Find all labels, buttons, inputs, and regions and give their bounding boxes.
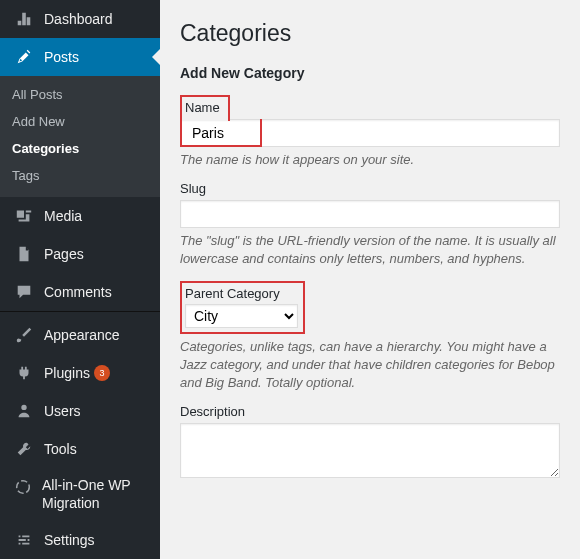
nav-label: Dashboard — [44, 11, 113, 27]
nav-label: Media — [44, 208, 82, 224]
name-field-group: Name The name is how it appears on your … — [180, 93, 560, 169]
nav-appearance[interactable]: Appearance — [0, 316, 160, 354]
submenu-tags[interactable]: Tags — [0, 162, 160, 189]
migration-icon — [14, 477, 32, 497]
main-content: Categories Add New Category Name The nam… — [160, 0, 580, 559]
admin-sidebar: Dashboard Posts All Posts Add New Catego… — [0, 0, 160, 559]
nav-pages[interactable]: Pages — [0, 235, 160, 273]
parent-label: Parent Category — [185, 286, 299, 301]
wrench-icon — [14, 439, 34, 459]
nav-label: Appearance — [44, 327, 120, 343]
parent-description: Categories, unlike tags, can have a hier… — [180, 338, 560, 393]
nav-label: Comments — [44, 284, 112, 300]
section-title: Add New Category — [180, 65, 560, 81]
nav-label: Tools — [44, 441, 77, 457]
slug-label: Slug — [180, 181, 560, 196]
nav-tools[interactable]: Tools — [0, 430, 160, 468]
submenu-all-posts[interactable]: All Posts — [0, 81, 160, 108]
nav-plugins[interactable]: Plugins 3 — [0, 354, 160, 392]
parent-field-group: Parent Category City Categories, unlike … — [180, 281, 560, 393]
slug-field-group: Slug The "slug" is the URL-friendly vers… — [180, 181, 560, 268]
slug-input[interactable] — [180, 200, 560, 228]
pin-icon — [14, 47, 34, 67]
name-input[interactable] — [180, 119, 560, 147]
nav-posts[interactable]: Posts — [0, 38, 160, 76]
plug-icon — [14, 363, 34, 383]
submenu-categories[interactable]: Categories — [0, 135, 160, 162]
nav-comments[interactable]: Comments — [0, 273, 160, 311]
svg-point-0 — [17, 481, 30, 494]
nav-dashboard[interactable]: Dashboard — [0, 0, 160, 38]
media-icon — [14, 206, 34, 226]
slug-description: The "slug" is the URL-friendly version o… — [180, 232, 560, 268]
nav-label: Posts — [44, 49, 79, 65]
user-icon — [14, 401, 34, 421]
description-field-group: Description — [180, 404, 560, 481]
highlight-annotation: Parent Category City — [180, 281, 305, 334]
nav-label: Pages — [44, 246, 84, 262]
parent-select[interactable]: City — [185, 304, 298, 328]
description-textarea[interactable] — [180, 423, 560, 478]
brush-icon — [14, 325, 34, 345]
nav-settings[interactable]: Settings — [0, 521, 160, 559]
nav-label: Plugins — [44, 365, 90, 381]
plugins-badge: 3 — [94, 365, 110, 381]
name-label: Name — [185, 100, 220, 115]
nav-label: Settings — [44, 532, 95, 548]
page-title: Categories — [180, 20, 560, 47]
posts-submenu: All Posts Add New Categories Tags — [0, 76, 160, 197]
comments-icon — [14, 282, 34, 302]
description-label: Description — [180, 404, 560, 419]
nav-users[interactable]: Users — [0, 392, 160, 430]
dashboard-icon — [14, 9, 34, 29]
pages-icon — [14, 244, 34, 264]
nav-label: Users — [44, 403, 81, 419]
settings-icon — [14, 530, 34, 550]
nav-label: All-in-One WP Migration — [42, 477, 150, 512]
nav-media[interactable]: Media — [0, 197, 160, 235]
submenu-add-new[interactable]: Add New — [0, 108, 160, 135]
nav-migration[interactable]: All-in-One WP Migration — [0, 468, 160, 521]
name-description: The name is how it appears on your site. — [180, 151, 560, 169]
